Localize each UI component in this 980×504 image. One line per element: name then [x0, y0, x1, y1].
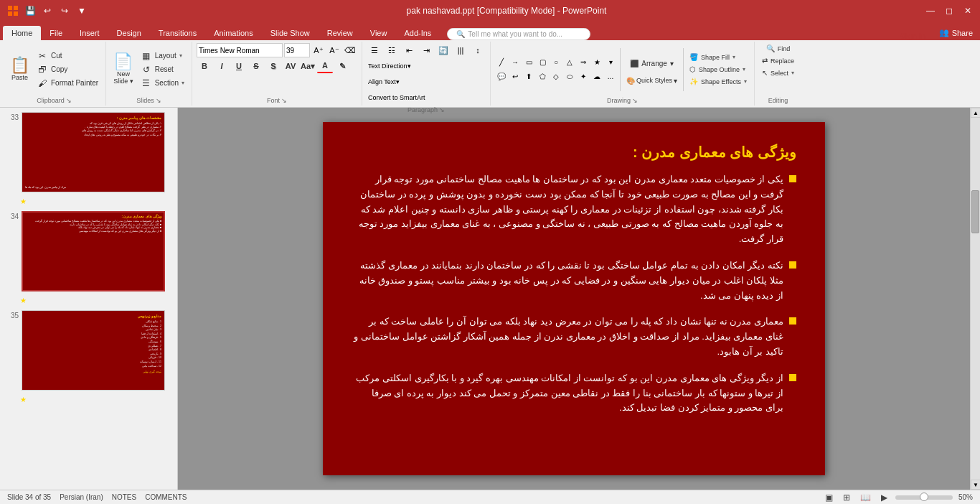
close-button[interactable]: ✕	[961, 4, 974, 17]
clipboard-expand-icon[interactable]: ↘	[66, 97, 72, 104]
font-size-input[interactable]	[284, 43, 310, 57]
layout-button[interactable]: ▦ Layout ▾	[138, 50, 187, 62]
select-button[interactable]: ↖ Select ▾	[759, 67, 797, 78]
shape-rect[interactable]: ▭	[522, 56, 535, 69]
scroll-down-button[interactable]: ▼	[971, 480, 980, 490]
shape-cloud[interactable]: ☁	[590, 70, 603, 83]
highlight-button[interactable]: ✎	[334, 59, 350, 73]
case-button[interactable]: Aa▾	[300, 59, 316, 73]
bold-button[interactable]: B	[197, 59, 212, 73]
slide-thumb-34[interactable]: 34 ویژگی های معماری مدرن : ■ یکی از خصوص…	[3, 210, 174, 293]
notes-button[interactable]: NOTES	[112, 493, 136, 501]
font-expand-icon[interactable]: ↘	[281, 97, 287, 104]
shape-outline-button[interactable]: ⬡ Shape Outline ▾	[687, 64, 750, 75]
column-button[interactable]: |||	[453, 43, 468, 57]
format-painter-button[interactable]: 🖌 Format Painter	[34, 77, 101, 90]
slide-canvas[interactable]: ویژگی های معماری مدرن : یکی از خصوصیات م…	[323, 122, 825, 475]
save-button[interactable]: 💾	[23, 4, 37, 18]
drawing-expand-icon[interactable]: ↘	[632, 97, 638, 104]
italic-button[interactable]: I	[214, 59, 230, 73]
tab-file[interactable]: File	[41, 26, 71, 40]
arrange-button[interactable]: ⬛ Arrange ▾	[623, 53, 680, 75]
shape-cylinder[interactable]: ⬭	[563, 70, 576, 83]
cut-button[interactable]: ✂ Cut	[34, 50, 101, 62]
comments-button[interactable]: COMMENTS	[145, 493, 187, 501]
shape-bent-arrow[interactable]: ↩	[509, 70, 522, 83]
tab-insert[interactable]: Insert	[71, 26, 108, 40]
shape-fill-button[interactable]: 🪣 Shape Fill ▾	[687, 52, 750, 62]
smartart-convert-button[interactable]: 🔄	[435, 43, 451, 57]
shape-triangle[interactable]: △	[563, 56, 576, 69]
tell-me-field[interactable]: 🔍 Tell me what you want to do...	[447, 28, 590, 40]
font-name-input[interactable]	[197, 43, 283, 57]
shape-rtarrow[interactable]: ⇒	[577, 56, 590, 69]
shape-pentagon[interactable]: ⬠	[536, 70, 549, 83]
reset-button[interactable]: ↺ Reset	[138, 63, 187, 76]
bullets-button[interactable]: ☰	[367, 43, 382, 57]
tab-animations[interactable]: Animations	[205, 26, 261, 40]
section-button[interactable]: ☰ Section ▾	[138, 77, 187, 90]
copy-button[interactable]: 🗗 Copy	[34, 63, 101, 76]
restore-button[interactable]: ◻	[943, 4, 956, 17]
slides-expand-icon[interactable]: ↘	[156, 97, 161, 104]
tab-addins[interactable]: Add-Ins	[395, 26, 440, 40]
redo-button[interactable]: ↪	[57, 4, 72, 18]
tab-design[interactable]: Design	[108, 26, 150, 40]
signin-button[interactable]: Sign in	[894, 32, 932, 40]
normal-view-button[interactable]: ▣	[823, 492, 835, 503]
shape-line[interactable]: ╱	[495, 56, 508, 69]
replace-button[interactable]: ⇄ Replace	[759, 55, 797, 66]
scroll-up-button[interactable]: ▲	[971, 108, 980, 118]
slideshow-button[interactable]: ▶	[879, 492, 890, 503]
line-spacing-button[interactable]: ↕	[470, 43, 486, 57]
tab-home[interactable]: Home	[3, 26, 41, 40]
share-button[interactable]: 👥 Share	[932, 25, 980, 40]
shadow-button[interactable]: S	[265, 59, 281, 73]
decrease-indent-button[interactable]: ⇤	[401, 43, 417, 57]
shape-diamond[interactable]: ◇	[550, 70, 562, 83]
shape-more2[interactable]: ...	[604, 70, 617, 83]
increase-font-button[interactable]: A⁺	[311, 43, 326, 57]
vertical-scrollbar[interactable]: ▲ ▼	[970, 108, 980, 490]
slide-sorter-button[interactable]: ⊞	[841, 492, 852, 503]
underline-button[interactable]: U	[231, 59, 247, 73]
zoom-slider[interactable]	[895, 495, 953, 500]
shape-callout[interactable]: 💬	[495, 70, 508, 83]
shape-effects-button[interactable]: ✨ Shape Effects ▾	[687, 76, 750, 87]
numbering-button[interactable]: ☷	[384, 43, 400, 57]
shape-block-arrow[interactable]: ⬆	[522, 70, 535, 83]
shape-star[interactable]: ★	[590, 56, 603, 69]
shape-sun[interactable]: ✦	[577, 70, 590, 83]
bullet-item-2: نکته دیگر امکان دادن به تمام عوامل ساختگ…	[352, 258, 796, 303]
spacing-button[interactable]: AV	[283, 59, 298, 73]
undo-button[interactable]: ↩	[40, 4, 55, 18]
zoom-level[interactable]: 50%	[958, 493, 973, 501]
slide-thumb-35[interactable]: 35 منابع و زیرنویس 1 - منابع شکلی 2 - مح…	[3, 309, 174, 392]
increase-indent-button[interactable]: ⇥	[418, 43, 434, 57]
zoom-thumb[interactable]	[920, 493, 928, 501]
shape-oval[interactable]: ○	[550, 56, 562, 69]
reading-view-button[interactable]: 📖	[858, 492, 873, 503]
scroll-thumb[interactable]	[971, 190, 979, 233]
shape-arrow[interactable]: →	[509, 56, 522, 69]
minimize-button[interactable]: —	[924, 4, 937, 17]
shape-round-rect[interactable]: ▢	[536, 56, 549, 69]
decrease-font-button[interactable]: A⁻	[327, 43, 341, 57]
clear-format-button[interactable]: ⌫	[343, 43, 357, 57]
quick-styles-button[interactable]: 🎨 Quick Styles ▾	[623, 75, 680, 86]
slide-thumb-33[interactable]: 33 مشخصات های پیامبر مدرن : ۱. یکی از مظ…	[3, 111, 174, 194]
convert-smartart-button[interactable]: Convert to SmartArt	[367, 90, 427, 105]
shape-more[interactable]: ▾	[604, 56, 617, 69]
paste-button[interactable]: 📋 Paste	[7, 48, 32, 91]
tab-slideshow[interactable]: Slide Show	[262, 26, 319, 40]
font-color-button[interactable]: A	[317, 59, 333, 73]
align-text-button[interactable]: Align Text▾	[367, 75, 401, 89]
new-slide-button[interactable]: 📄 NewSlide ▾	[110, 48, 136, 91]
customize-qa-button[interactable]: ▼	[75, 4, 89, 18]
find-button[interactable]: 🔍 Find	[763, 43, 793, 54]
text-direction-button[interactable]: Text Direction▾	[367, 59, 413, 73]
tab-view[interactable]: View	[362, 26, 396, 40]
strikethrough-button[interactable]: S	[248, 59, 264, 73]
tab-review[interactable]: Review	[319, 26, 362, 40]
tab-transitions[interactable]: Transitions	[150, 26, 205, 40]
